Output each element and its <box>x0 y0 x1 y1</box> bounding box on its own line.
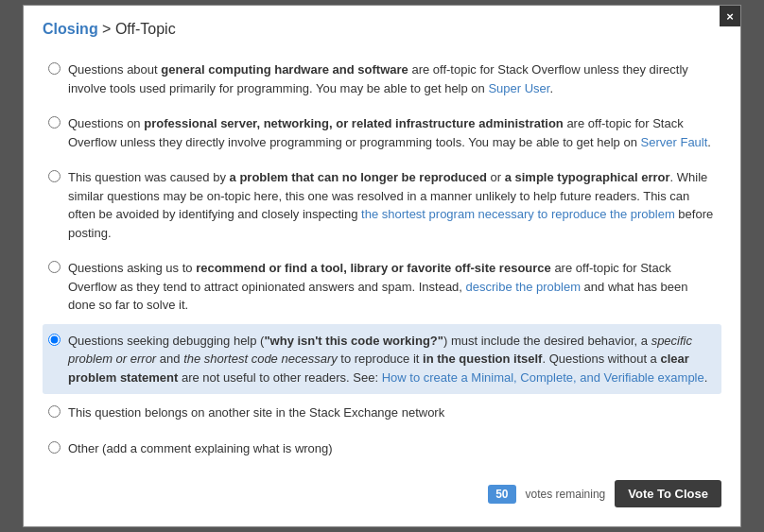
title-closing: Closing <box>43 21 98 37</box>
option-item-3[interactable]: This question was caused by a problem th… <box>43 161 721 249</box>
votes-label: votes remaining <box>526 488 606 501</box>
option-item-2[interactable]: Questions on professional server, networ… <box>43 107 721 159</box>
title-rest: > Off-Topic <box>98 21 176 37</box>
option-item-6[interactable]: This question belongs on another site in… <box>43 396 721 430</box>
votes-badge: 50 <box>488 485 515 504</box>
radio-4[interactable] <box>48 261 61 273</box>
close-button[interactable]: × <box>720 6 740 26</box>
option-item-7[interactable]: Other (add a comment explaining what is … <box>43 432 721 466</box>
radio-7[interactable] <box>48 441 61 454</box>
footer: 50 votes remaining Vote To Close <box>43 480 721 507</box>
dialog-title: Closing > Off-Topic <box>43 21 721 38</box>
closing-dialog: × Closing > Off-Topic Questions about ge… <box>23 5 741 527</box>
option-text-6: This question belongs on another site in… <box>68 403 444 422</box>
radio-1[interactable] <box>48 62 61 75</box>
radio-6[interactable] <box>48 405 61 418</box>
options-list: Questions about general computing hardwa… <box>43 53 721 465</box>
option-text-3: This question was caused by a problem th… <box>68 168 716 242</box>
option-text-4: Questions asking us to recommend or find… <box>68 259 716 315</box>
radio-3[interactable] <box>48 170 61 182</box>
radio-2[interactable] <box>48 116 61 129</box>
option-text-1: Questions about general computing hardwa… <box>68 60 716 97</box>
radio-5[interactable] <box>48 334 61 346</box>
option-text-5: Questions seeking debugging help ("why i… <box>68 332 716 387</box>
option-item-5[interactable]: Questions seeking debugging help ("why i… <box>43 324 721 395</box>
option-text-2: Questions on professional server, networ… <box>68 114 716 151</box>
option-item-1[interactable]: Questions about general computing hardwa… <box>43 53 721 105</box>
option-item-4[interactable]: Questions asking us to recommend or find… <box>43 251 721 322</box>
vote-to-close-button[interactable]: Vote To Close <box>615 480 721 507</box>
option-text-7: Other (add a comment explaining what is … <box>68 439 333 458</box>
